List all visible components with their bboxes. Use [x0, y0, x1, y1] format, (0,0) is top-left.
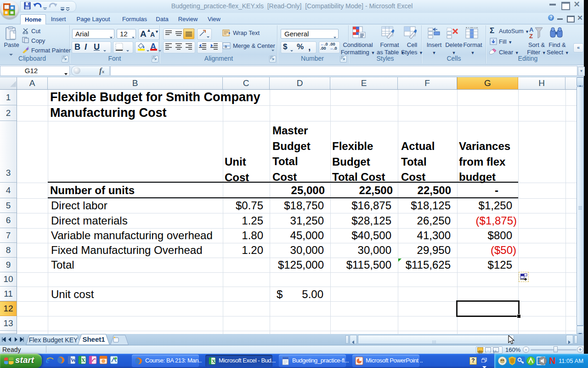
svg-text:e: e	[46, 356, 50, 365]
svg-text:X: X	[212, 358, 215, 364]
svg-text:A: A	[529, 26, 534, 33]
svg-text:X: X	[81, 357, 85, 363]
svg-text:a: a	[225, 44, 227, 49]
svg-text:W: W	[71, 357, 76, 363]
svg-text:Z: Z	[529, 33, 533, 40]
